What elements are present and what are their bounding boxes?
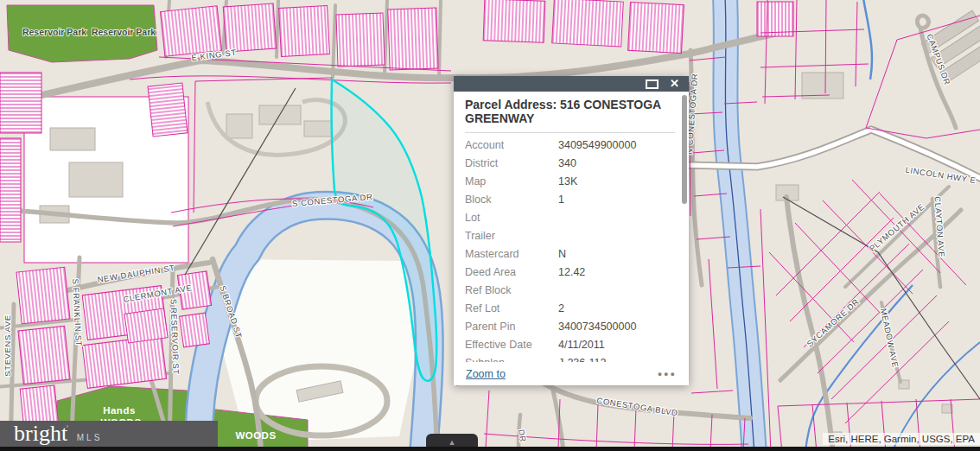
caret-up-icon: ▲: [449, 439, 456, 447]
field-label: Parent Pin: [465, 321, 558, 333]
dock-icon[interactable]: [646, 79, 659, 89]
field-row: Parent Pin3400734500000: [465, 321, 675, 339]
field-row: District340: [465, 157, 675, 175]
field-row: Deed Area12.42: [465, 266, 675, 284]
reservoir-park-label: Reservoir Park: [92, 27, 156, 37]
field-value: N: [558, 248, 566, 260]
bottom-bar: [0, 447, 980, 451]
field-row: Trailer: [465, 230, 675, 248]
field-row: Ref Block: [465, 284, 675, 302]
stevens-ave-label: STEVENS AVE: [3, 314, 12, 376]
field-value: 12.42: [558, 266, 585, 278]
map-attribution: Esri, HERE, Garmin, USGS, EPA: [823, 433, 980, 445]
field-value: 340: [558, 157, 576, 169]
field-value: 3409549900000: [558, 139, 636, 151]
popup-title: Parcel Address: 516 CONESTOGA GREENWAY: [465, 98, 675, 125]
conestoga-blvd-label: CONESTOGA BLVD: [596, 396, 679, 418]
field-row: Ref Lot2: [465, 302, 675, 321]
field-value: 3400734500000: [558, 321, 636, 333]
parcel-popup: ✕ Parcel Address: 516 CONESTOGA GREENWAY…: [454, 76, 689, 385]
field-row: Map13K: [465, 175, 675, 194]
close-icon[interactable]: ✕: [670, 78, 679, 90]
field-label: Ref Block: [465, 284, 558, 296]
field-value: 2: [558, 302, 564, 314]
field-row: MastercardN: [465, 248, 675, 266]
field-label: Trailer: [465, 230, 558, 242]
field-row: Account3409549900000: [465, 139, 675, 157]
new-dauphin-st-label: NEW DAUPHIN ST: [97, 263, 175, 284]
more-options-icon[interactable]: ●●●: [658, 370, 677, 378]
popup-scrollbar[interactable]: [682, 95, 687, 204]
field-row: Block1: [465, 194, 675, 212]
field-value: 13K: [558, 175, 577, 187]
field-label: Deed Area: [465, 266, 558, 278]
divider: [465, 132, 675, 133]
popup-footer: Zoom to ●●●: [454, 362, 689, 385]
field-row: Lot: [465, 212, 675, 230]
plymouth-ave-label: PLYMOUTH AVE: [868, 201, 926, 253]
field-label: District: [465, 157, 558, 169]
woods-label: WOODS: [235, 430, 276, 441]
field-label: Effective Date: [465, 339, 558, 351]
meadow-ave-label: MEADOW AVE: [879, 308, 900, 369]
reservoir-park-label: Reservoir Park: [22, 27, 86, 37]
map-application: Reservoir Park Reservoir Park E KING ST …: [0, 0, 980, 451]
field-label: Block: [465, 194, 558, 206]
field-label: Map: [465, 175, 558, 187]
popup-body: Parcel Address: 516 CONESTOGA GREENWAY A…: [454, 92, 689, 375]
field-value: 4/11/2011: [558, 339, 605, 351]
popup-header: ✕: [454, 76, 689, 92]
field-row: Effective Date4/11/2011: [465, 339, 675, 357]
brightmls-logo-text: bright: [14, 421, 67, 447]
brightmls-logo: brightʾMLS: [0, 421, 218, 447]
brightmls-logo-suffix: MLS: [77, 433, 103, 442]
field-label: Account: [465, 139, 558, 151]
popup-fields: Account3409549900000District340Map13KBlo…: [465, 139, 675, 375]
flame-icon: ʾ: [66, 424, 69, 435]
field-label: Mastercard: [465, 248, 558, 260]
hands-woods-label: Hands: [103, 405, 136, 416]
zoom-to-link[interactable]: Zoom to: [466, 368, 506, 380]
field-label: Ref Lot: [465, 302, 558, 314]
field-label: Lot: [465, 212, 558, 224]
field-value: 1: [558, 194, 564, 206]
